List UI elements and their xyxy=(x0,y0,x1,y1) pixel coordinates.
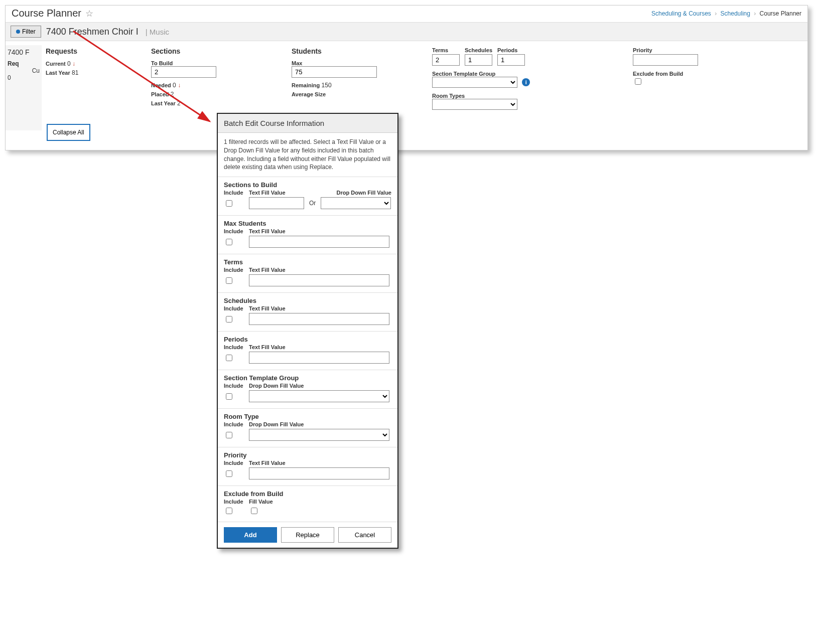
breadcrumb-item-scheduling[interactable]: Scheduling xyxy=(721,10,750,17)
schedules-input[interactable] xyxy=(465,54,492,66)
requests-lastyear-label: Last Year xyxy=(46,70,70,76)
lbl-textfill: Text Fill Value xyxy=(249,228,286,234)
terms-include-checkbox[interactable] xyxy=(226,277,232,284)
cancel-button[interactable]: Cancel xyxy=(338,527,391,543)
lbl-include: Include xyxy=(224,383,244,389)
info-icon[interactable]: i xyxy=(522,78,530,86)
lbl-ddfill: Drop Down Fill Value xyxy=(249,421,304,427)
periods-text-input[interactable] xyxy=(249,352,389,364)
dialog-description: 1 filtered records will be affected. Sel… xyxy=(218,133,397,177)
breadcrumb-item-current: Course Planner xyxy=(760,10,801,17)
requests-current-label: Current xyxy=(46,61,66,67)
dlg-room-heading: Room Type xyxy=(224,413,391,420)
dlg-max-heading: Max Students xyxy=(224,220,391,227)
terms-input[interactable] xyxy=(432,54,460,66)
priority-input[interactable] xyxy=(633,54,698,66)
priority-col: Priority Exclude from Build xyxy=(629,45,799,130)
needed-value: 0 xyxy=(173,82,176,89)
priority-label: Priority xyxy=(633,47,795,53)
requests-lastyear-value: 81 xyxy=(72,69,78,76)
dlg-section-priority: Priority Include Text Fill Value xyxy=(218,447,397,486)
breadcrumb: Scheduling & Courses › Scheduling › Cour… xyxy=(651,10,801,17)
tobuild-input[interactable] xyxy=(151,66,216,78)
students-heading: Students xyxy=(292,47,424,55)
star-icon[interactable]: ☆ xyxy=(85,8,93,19)
dlg-section-room-type: Room Type Include Drop Down Fill Value xyxy=(218,408,397,447)
exclude-label: Exclude from Build xyxy=(633,71,795,77)
replace-button[interactable]: Replace xyxy=(281,527,334,543)
stg-label: Section Template Group xyxy=(432,71,625,77)
filter-active-dot-icon xyxy=(16,30,20,34)
periods-label: Periods xyxy=(497,47,525,53)
filter-button[interactable]: Filter xyxy=(11,26,41,38)
max-input[interactable] xyxy=(292,66,377,78)
header-row: Course Planner ☆ Scheduling & Courses › … xyxy=(6,6,807,23)
roomtypes-select[interactable] xyxy=(432,99,517,110)
filter-label: Filter xyxy=(22,28,36,35)
requests-current-value: 0 xyxy=(67,60,71,67)
needed-label: Needed xyxy=(151,82,171,88)
lbl-include: Include xyxy=(224,460,244,466)
max-text-input[interactable] xyxy=(249,236,389,248)
dlg-section-periods: Periods Include Text Fill Value xyxy=(218,331,397,370)
dialog-footer: Add Replace Cancel xyxy=(218,522,397,548)
exclude-include-checkbox[interactable] xyxy=(226,508,232,514)
collapse-all-button[interactable]: Collapse All xyxy=(47,124,90,141)
add-button[interactable]: Add xyxy=(224,527,277,543)
stb-include-checkbox[interactable] xyxy=(226,200,232,207)
exclude-fill-checkbox[interactable] xyxy=(251,508,257,514)
course-title: 7400 Freshmen Choir I xyxy=(46,27,139,37)
lbl-include: Include xyxy=(224,344,244,350)
page-title: Course Planner xyxy=(12,8,81,19)
placed-value: 2 xyxy=(171,91,174,98)
stg-include-checkbox[interactable] xyxy=(226,393,232,400)
stub-cu: Cu xyxy=(8,67,40,74)
or-label: Or xyxy=(309,200,316,207)
dlg-stg-heading: Section Template Group xyxy=(224,374,391,382)
sched-text-input[interactable] xyxy=(249,313,389,325)
stub-zero: 0 xyxy=(8,74,40,81)
sections-heading: Sections xyxy=(151,47,284,55)
priority-text-input[interactable] xyxy=(249,467,389,479)
lbl-include: Include xyxy=(224,305,244,311)
sections-lastyear-value: 2 xyxy=(177,100,181,107)
sched-include-checkbox[interactable] xyxy=(226,316,232,323)
stg-select[interactable] xyxy=(432,77,517,88)
terms-text-input[interactable] xyxy=(249,274,389,286)
stb-text-input[interactable] xyxy=(249,197,304,209)
dlg-section-schedules: Schedules Include Text Fill Value xyxy=(218,292,397,331)
course-planner-panel: Course Planner ☆ Scheduling & Courses › … xyxy=(5,5,808,150)
lbl-textfill: Text Fill Value xyxy=(249,460,286,466)
lbl-include: Include xyxy=(224,499,244,505)
lbl-include: Include xyxy=(224,228,244,234)
requests-col: Requests Current 0 ↓ Last Year 81 xyxy=(42,45,147,130)
stb-dd-select[interactable] xyxy=(321,197,391,209)
remaining-value: 150 xyxy=(322,82,332,89)
down-arrow-icon: ↓ xyxy=(72,60,75,67)
terms-label: Terms xyxy=(432,47,460,53)
dlg-priority-heading: Priority xyxy=(224,451,391,459)
priority-include-checkbox[interactable] xyxy=(226,470,232,477)
lbl-include: Include xyxy=(224,421,244,427)
periods-include-checkbox[interactable] xyxy=(226,355,232,361)
dlg-exclude-heading: Exclude from Build xyxy=(224,490,391,498)
max-include-checkbox[interactable] xyxy=(226,239,232,245)
periods-input[interactable] xyxy=(497,54,525,66)
lbl-textfill: Text Fill Value xyxy=(249,190,286,196)
requests-heading: Requests xyxy=(46,47,143,55)
room-include-checkbox[interactable] xyxy=(226,432,232,438)
dlg-section-stg: Section Template Group Include Drop Down… xyxy=(218,370,397,408)
chevron-right-icon: › xyxy=(754,10,756,17)
lbl-ddfill: Drop Down Fill Value xyxy=(249,383,304,389)
room-dd-select[interactable] xyxy=(249,429,389,441)
lbl-textfill: Text Fill Value xyxy=(249,305,286,311)
down-arrow-icon: ↓ xyxy=(178,82,181,89)
stg-dd-select[interactable] xyxy=(249,390,389,402)
exclude-checkbox[interactable] xyxy=(635,78,641,85)
schedules-label: Schedules xyxy=(465,47,492,53)
dlg-sched-heading: Schedules xyxy=(224,297,391,304)
breadcrumb-item-scheduling-courses[interactable]: Scheduling & Courses xyxy=(651,10,711,17)
avg-label: Average Size xyxy=(292,91,326,97)
max-label: Max xyxy=(292,60,424,66)
lbl-include: Include xyxy=(224,267,244,273)
